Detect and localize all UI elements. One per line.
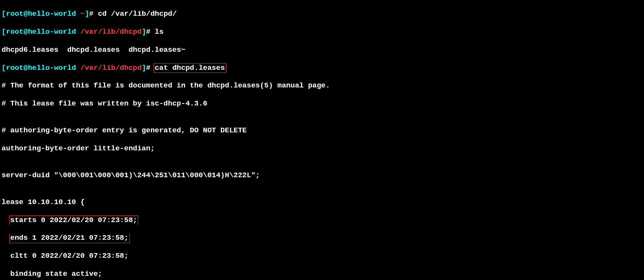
file-line: # This lease file was written by isc-dhc…: [2, 99, 642, 108]
user-host: root@hello-world: [6, 10, 76, 18]
user-host: root@hello-world: [6, 28, 76, 36]
lease-starts-highlighted: starts 0 2022/02/20 07:23:58;: [2, 216, 642, 225]
prompt-line-3: [root@hello-world /var/lib/dhcpd]# cat d…: [2, 64, 642, 72]
file-line: authoring-byte-order little-endian;: [2, 144, 642, 153]
command-highlighted: cat dhcpd.leases: [154, 63, 226, 73]
hash: #: [89, 10, 98, 18]
cwd: ~: [80, 10, 84, 18]
hash: #: [146, 28, 155, 36]
file-line: server-duid "\000\001\000\001)\244\251\0…: [2, 171, 642, 180]
user-host: root@hello-world: [6, 64, 76, 72]
command: cd /var/lib/dhcpd/: [98, 10, 177, 18]
sep: [76, 64, 80, 72]
ls-output: dhcpd6.leases dhcpd.leases dhcpd.leases~: [2, 46, 642, 54]
lease-ends-highlighted: ends 1 2022/02/21 07:23:58;: [2, 234, 642, 242]
lease-starts: starts 0 2022/02/20 07:23:58;: [9, 216, 139, 225]
bracket-close: ]: [142, 64, 146, 72]
bracket-close: ]: [142, 28, 146, 36]
lease-open: lease 10.10.10.10 {: [2, 198, 642, 207]
command: ls: [155, 28, 164, 36]
bracket-open: [: [2, 10, 6, 18]
file-line: # authoring-byte-order entry is generate…: [2, 126, 642, 135]
lease-ends: ends 1 2022/02/21 07:23:58;: [9, 234, 130, 243]
bracket-close: ]: [85, 10, 89, 18]
cwd: /var/lib/dhcpd: [80, 28, 142, 36]
sep: [76, 28, 80, 36]
cwd: /var/lib/dhcpd: [80, 64, 142, 72]
prompt-line-1: [root@hello-world ~]# cd /var/lib/dhcpd/: [2, 10, 642, 18]
terminal-output[interactable]: [root@hello-world ~]# cd /var/lib/dhcpd/…: [0, 0, 644, 280]
prompt-line-2: [root@hello-world /var/lib/dhcpd]# ls: [2, 28, 642, 36]
file-line: binding state active;: [2, 270, 642, 278]
bracket-open: [: [2, 28, 6, 36]
bracket-open: [: [2, 64, 6, 72]
sep: [76, 10, 80, 18]
file-line: # The format of this file is documented …: [2, 81, 642, 90]
file-line: cltt 0 2022/02/20 07:23:58;: [2, 252, 642, 260]
